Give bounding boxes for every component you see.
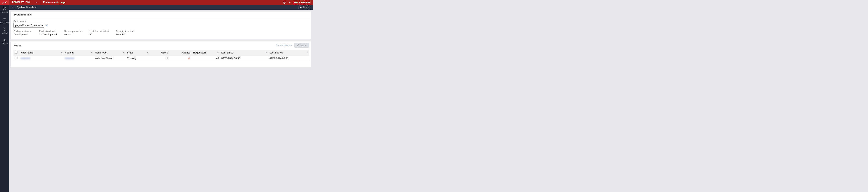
- sort-icon: ▾: [189, 52, 190, 54]
- cell-nodeid: redacted: [63, 55, 93, 61]
- sort-icon: ▾: [147, 52, 148, 54]
- sort-icon: ▾: [61, 52, 62, 54]
- chevron-down-icon: [308, 7, 310, 8]
- brand-logo[interactable]: [0, 0, 9, 5]
- back-button[interactable]: [11, 5, 15, 9]
- detail-production-level: Production level 2 - Development: [39, 30, 57, 36]
- sort-icon: ▾: [217, 52, 218, 54]
- arrow-left-icon: [11, 6, 13, 8]
- cell-requestors: 43: [216, 57, 219, 60]
- nav-resources[interactable]: Resources: [0, 17, 9, 25]
- detail-environment-name: Environment name Development: [13, 30, 32, 36]
- cell-nodetype: WebUser,Stream: [93, 55, 125, 61]
- gear-icon: [3, 38, 6, 42]
- svg-point-5: [4, 30, 5, 31]
- mobile-icon: [3, 28, 6, 31]
- nav-mobile-label: Mobile: [2, 32, 7, 34]
- detail-value: 30: [90, 33, 109, 36]
- row-checkbox[interactable]: [15, 57, 18, 59]
- col-state[interactable]: State▾: [125, 50, 150, 55]
- col-host[interactable]: Host name▾: [19, 50, 63, 55]
- col-requestors[interactable]: Requestors▾: [192, 50, 220, 55]
- nodes-card: Nodes Cancel quiesce Quiesce Host name▾: [11, 41, 311, 67]
- nodes-table: Host name▾ Node id▾ Node type▾ State▾ Us: [13, 50, 309, 61]
- actions-label: Actions: [300, 6, 307, 8]
- col-nodetype[interactable]: Node type▾: [93, 50, 125, 55]
- environment-value: pega: [60, 1, 65, 4]
- table-header-row: Host name▾ Node id▾ Node type▾ State▾ Us: [13, 50, 309, 55]
- svg-point-7: [46, 25, 47, 26]
- detail-label: Environment name: [13, 30, 32, 32]
- gauge-icon: [3, 7, 6, 10]
- help-button[interactable]: ?: [283, 1, 286, 4]
- quiesce-button[interactable]: Quiesce: [294, 43, 309, 48]
- cell-users: 1: [150, 55, 169, 61]
- col-agents[interactable]: Agents▾: [169, 50, 192, 55]
- sort-icon: ▾: [123, 52, 124, 54]
- sort-icon: ▾: [307, 52, 308, 54]
- top-bar: ADMIN STUDIO Environment: pega ? DEVELOP…: [0, 0, 313, 5]
- development-badge: DEVELOPMENT: [293, 1, 311, 4]
- page-subheader: System & nodes Actions: [9, 5, 313, 10]
- detail-value: none: [64, 33, 82, 36]
- nav-resources-label: Resources: [0, 22, 9, 24]
- nav-system-label: System: [2, 43, 8, 45]
- sort-icon: ▾: [266, 52, 267, 54]
- nodes-heading: Nodes: [13, 44, 22, 47]
- nav-mobile[interactable]: Mobile: [0, 27, 9, 35]
- nav-overview-label: Overview: [1, 11, 8, 13]
- system-details-card: System details System name pega (Current…: [11, 11, 311, 39]
- folder-icon: [3, 17, 6, 21]
- system-details-heading: System details: [11, 11, 311, 18]
- svg-point-6: [4, 39, 5, 40]
- system-name-select[interactable]: pega (Current System): [13, 23, 44, 28]
- actions-menu[interactable]: Actions: [299, 6, 311, 9]
- studio-switcher[interactable]: ADMIN STUDIO: [9, 0, 40, 5]
- left-nav: Overview Resources Mobile System: [0, 5, 9, 71]
- cell-laststarted: 09/08/2024 06:38: [268, 55, 309, 61]
- chevron-down-icon: [36, 2, 38, 3]
- select-all-checkbox[interactable]: [15, 51, 18, 53]
- environment-label: Environment:: [43, 1, 59, 4]
- nav-overview[interactable]: Overview: [0, 6, 9, 14]
- detail-label: Lock timeout (mins): [90, 30, 109, 32]
- svg-point-3: [4, 9, 5, 9]
- detail-label: Production level: [39, 30, 57, 32]
- studio-name: ADMIN STUDIO: [12, 1, 30, 4]
- cancel-quiesce-button[interactable]: Cancel quiesce: [276, 44, 292, 47]
- detail-value: Disabled: [116, 33, 133, 36]
- detail-persistent-context: Persistent context Disabled: [116, 30, 133, 36]
- table-row[interactable]: redacted redacted WebUser,Stream Running…: [13, 55, 309, 61]
- col-nodeid[interactable]: Node id▾: [63, 50, 93, 55]
- cell-state: Running: [125, 55, 150, 61]
- environment-indicator: Environment: pega: [40, 0, 68, 5]
- col-laststarted[interactable]: Last started▾: [268, 50, 309, 55]
- main-content: System details System name pega (Current…: [9, 10, 313, 71]
- detail-license-parameter: License parameter none: [64, 30, 82, 36]
- detail-lock-timeout: Lock timeout (mins) 30: [90, 30, 109, 36]
- detail-label: Persistent context: [116, 30, 133, 32]
- cell-host: redacted: [19, 55, 63, 61]
- system-name-label: System name: [13, 20, 309, 22]
- svg-text:?: ?: [284, 2, 285, 3]
- sort-icon: ▾: [91, 52, 92, 54]
- pega-logo-icon: [2, 1, 7, 4]
- detail-label: License parameter: [64, 30, 82, 32]
- cell-lastpulse: 09/08/2024 06:50: [220, 55, 268, 61]
- nav-system[interactable]: System: [0, 37, 9, 46]
- col-users[interactable]: Users: [150, 50, 169, 55]
- col-lastpulse[interactable]: Last pulse▾: [220, 50, 268, 55]
- lightning-icon: [288, 1, 291, 4]
- cell-agents: -1: [169, 55, 192, 61]
- detail-value: 2 - Development: [39, 33, 57, 36]
- system-details-row: Environment name Development Production …: [13, 30, 309, 36]
- detail-value: Development: [13, 33, 32, 36]
- lightning-button[interactable]: [288, 1, 291, 4]
- help-icon: ?: [283, 1, 286, 4]
- system-settings-button[interactable]: [45, 24, 49, 27]
- gear-icon: [45, 24, 49, 27]
- page-title: System & nodes: [17, 6, 35, 9]
